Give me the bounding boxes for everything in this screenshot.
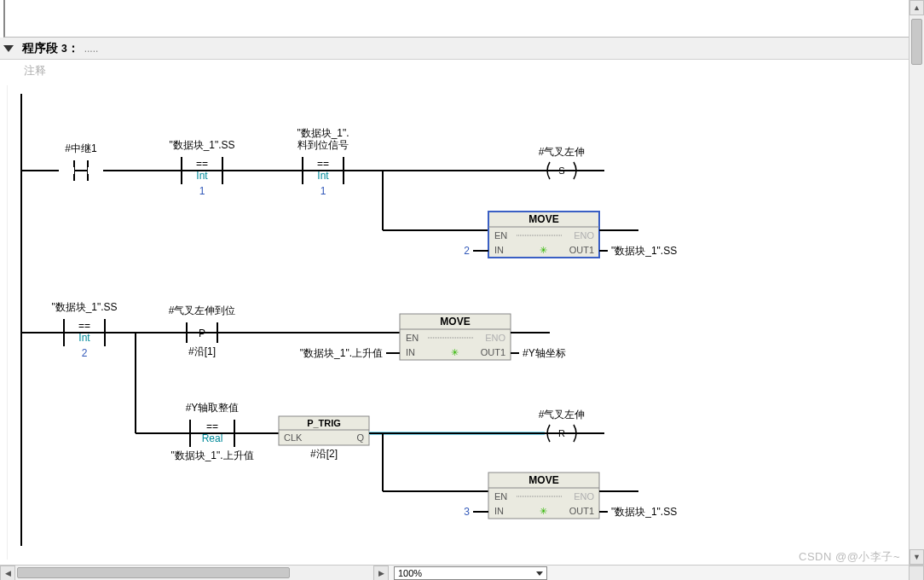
svg-text:1: 1 [321,185,326,197]
cmp-real-1[interactable]: #Y轴取整值 == Real "数据块_1".上升值 [170,402,253,461]
svg-text:"数据块_1".SS: "数据块_1".SS [611,506,677,518]
svg-text:==: == [78,320,90,332]
svg-text:ENO: ENO [485,333,505,343]
svg-text:P: P [199,328,205,339]
svg-text:"数据块_1".上升值: "数据块_1".上升值 [300,347,383,359]
section-number: 3 [61,43,67,55]
scroll-right-icon[interactable]: ▶ [373,566,389,580]
svg-text:R: R [558,428,565,438]
svg-text:✳: ✳ [451,347,459,357]
svg-text:#中继1: #中继1 [65,142,97,154]
svg-text:IN: IN [494,506,504,516]
section-colon: ： [67,41,79,56]
bottom-bar: ◀ ▶ 100% [0,565,924,580]
move-block-2[interactable]: MOVE EN ENO IN ✳ OUT1 "数据块_1".上升值 #Y轴坐标 [300,314,566,360]
svg-text:MOVE: MOVE [528,213,558,225]
zoom-value: 100% [398,568,422,578]
ladder-canvas[interactable]: #中继1 "数据块_1".SS == Int 1 "数据块_1". 料到位信号 [7,85,907,560]
p-contact-1[interactable]: #气叉左伸到位 P #沿[1] [169,304,236,357]
svg-text:==: == [196,158,208,170]
cmp-block-2[interactable]: "数据块_1". 料到位信号 == Int 1 [297,127,349,197]
svg-text:IN: IN [494,245,504,255]
svg-text:#气叉左伸到位: #气叉左伸到位 [169,304,236,316]
svg-text:P_TRIG: P_TRIG [307,418,341,428]
svg-text:ENO: ENO [574,491,594,502]
svg-text:#气叉左伸: #气叉左伸 [539,409,586,420]
section-title: 程序段 [22,41,58,56]
svg-rect-4 [59,167,74,174]
svg-text:#气叉左伸: #气叉左伸 [539,146,586,158]
svg-text:✳: ✳ [540,245,547,255]
move-block-1[interactable]: MOVE EN ENO IN ✳ OUT1 2 "数据块_1".SS [464,212,677,258]
ptrig-block[interactable]: P_TRIG CLK Q #沿[2] [279,416,369,460]
scroll-down-icon[interactable]: ▼ [910,549,924,565]
svg-text:OUT1: OUT1 [569,245,594,255]
svg-text:2: 2 [464,245,470,257]
dropdown-icon [536,571,543,576]
coil-reset-1[interactable]: #气叉左伸 R [539,409,586,442]
svg-text:1: 1 [199,185,205,197]
svg-text:OUT1: OUT1 [569,506,594,516]
zoom-dropdown[interactable]: 100% [394,566,547,580]
svg-text:✳: ✳ [540,506,547,516]
rung2: "数据块_1".SS == Int 2 #气叉左伸到位 P #沿[1] [21,301,566,433]
svg-text:ENO: ENO [574,230,594,241]
svg-text:EN: EN [406,333,419,343]
svg-text:3: 3 [464,506,470,518]
svg-text:==: == [317,158,329,170]
comment-row[interactable]: 注释 [0,60,924,80]
section-dots: ..... [84,43,99,55]
svg-text:==: == [206,420,218,432]
svg-text:Int: Int [196,170,208,182]
svg-text:S: S [558,165,564,176]
svg-text:Real: Real [202,432,223,444]
svg-text:IN: IN [406,347,415,357]
cmp-block-1[interactable]: "数据块_1".SS == Int 1 [169,139,234,197]
svg-text:Int: Int [317,170,329,182]
cmp-block-3[interactable]: "数据块_1".SS == Int 2 [51,301,117,359]
svg-text:"数据块_1".SS: "数据块_1".SS [611,245,677,257]
svg-text:"数据块_1".上升值: "数据块_1".上升值 [170,450,253,461]
svg-text:#沿[2]: #沿[2] [310,448,338,460]
svg-text:OUT1: OUT1 [481,347,505,357]
svg-text:"数据块_1".SS: "数据块_1".SS [169,139,234,151]
svg-text:#Y轴坐标: #Y轴坐标 [523,347,566,359]
rung1: #中继1 "数据块_1".SS == Int 1 "数据块_1". 料到位信号 [21,127,677,258]
collapse-toggle-icon[interactable] [3,45,14,52]
scroll-left-icon[interactable]: ◀ [0,566,15,580]
corner-box [909,566,924,580]
scroll-track-h[interactable] [15,566,373,580]
contact-no-1[interactable]: #中继1 [59,142,103,181]
ladder-svg: #中继1 "数据块_1".SS == Int 1 "数据块_1". 料到位信号 [8,85,894,560]
vertical-scrollbar[interactable]: ▲ ▼ [909,0,924,565]
svg-text:EN: EN [494,230,507,241]
svg-text:EN: EN [494,491,507,502]
scroll-up-icon[interactable]: ▲ [910,0,924,15]
move-block-3[interactable]: MOVE EN ENO IN ✳ OUT1 3 "数据块_1".SS [464,473,677,519]
svg-text:料到位信号: 料到位信号 [297,139,349,151]
svg-text:"数据块_1".: "数据块_1". [297,127,349,139]
svg-text:MOVE: MOVE [440,316,470,328]
svg-text:CLK: CLK [284,432,303,443]
svg-text:Int: Int [78,332,90,344]
coil-set-1[interactable]: #气叉左伸 S [539,146,604,179]
section-header[interactable]: 程序段 3 ： ..... [0,38,924,60]
scroll-track-v[interactable] [910,15,924,549]
scroll-thumb-v[interactable] [911,19,922,65]
svg-rect-5 [88,167,103,174]
rung3: #Y轴取整值 == Real "数据块_1".上升值 P_TRIG CLK Q … [136,402,677,519]
svg-text:2: 2 [82,347,88,359]
svg-text:"数据块_1".SS: "数据块_1".SS [51,301,117,313]
svg-text:MOVE: MOVE [528,474,558,486]
svg-text:#Y轴取整值: #Y轴取整值 [186,402,240,414]
svg-text:#沿[1]: #沿[1] [188,345,216,357]
svg-text:Q: Q [356,432,364,443]
editor-frame: 程序段 3 ： ..... 注释 #中继1 "数据块_ [0,0,924,580]
scroll-thumb-h[interactable] [17,567,290,578]
prev-section-bottom [3,0,924,38]
